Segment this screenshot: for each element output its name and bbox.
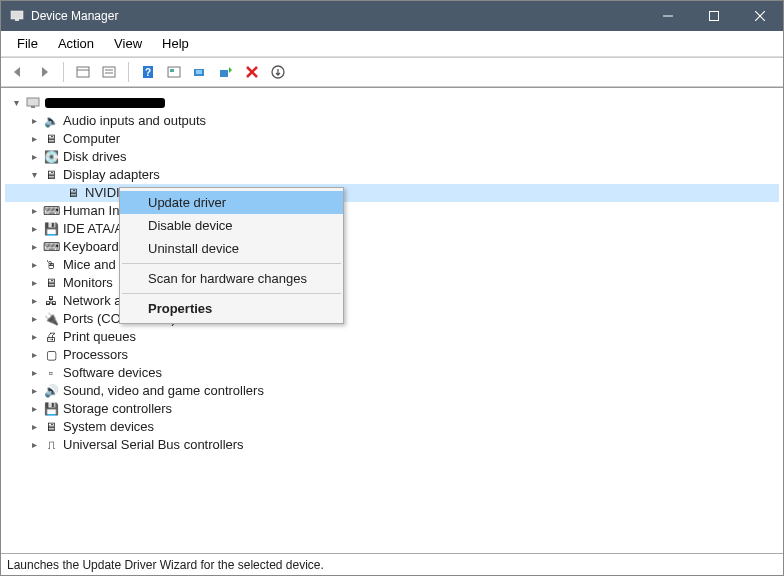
svg-rect-8 [103, 67, 115, 77]
caret-right-icon[interactable]: ▸ [27, 240, 41, 254]
root-computer-label [45, 98, 165, 108]
tree-item-disk[interactable]: ▸ 💽 Disk drives [5, 148, 779, 166]
keyboard-icon: ⌨ [43, 239, 59, 255]
maximize-button[interactable] [691, 1, 737, 31]
tree-item-software[interactable]: ▸ ▫ Software devices [5, 364, 779, 382]
caret-right-icon[interactable]: ▸ [27, 150, 41, 164]
caret-right-icon[interactable]: ▸ [27, 204, 41, 218]
tree-item-usb[interactable]: ▸ ⎍ Universal Serial Bus controllers [5, 436, 779, 454]
menubar: File Action View Help [1, 31, 783, 57]
usb-icon: ⎍ [43, 437, 59, 453]
titlebar: Device Manager [1, 1, 783, 31]
caret-right-icon[interactable]: ▸ [27, 420, 41, 434]
properties-icon[interactable] [98, 61, 120, 83]
menu-file[interactable]: File [7, 34, 48, 53]
tree-label: Sound, video and game controllers [63, 382, 264, 400]
tree-item-system[interactable]: ▸ 🖥 System devices [5, 418, 779, 436]
tree-item-processors[interactable]: ▸ ▢ Processors [5, 346, 779, 364]
caret-right-icon[interactable]: ▸ [27, 402, 41, 416]
svg-rect-0 [11, 11, 23, 19]
svg-rect-22 [31, 106, 35, 108]
caret-right-icon[interactable]: ▸ [27, 312, 41, 326]
svg-rect-16 [196, 70, 202, 74]
scan-hardware-icon[interactable] [189, 61, 211, 83]
disk-icon: 💽 [43, 149, 59, 165]
caret-right-icon[interactable]: ▸ [27, 294, 41, 308]
tree-item-sound[interactable]: ▸ 🔊 Sound, video and game controllers [5, 382, 779, 400]
caret-right-icon[interactable]: ▸ [27, 348, 41, 362]
caret-right-icon[interactable]: ▸ [27, 222, 41, 236]
printer-icon: 🖨 [43, 329, 59, 345]
minimize-button[interactable] [645, 1, 691, 31]
status-text: Launches the Update Driver Wizard for th… [7, 558, 324, 572]
tree-label: Keyboards [63, 238, 125, 256]
tree-label: Audio inputs and outputs [63, 112, 206, 130]
tree-label: Display adapters [63, 166, 160, 184]
tree-label: Monitors [63, 274, 113, 292]
tree-label: Software devices [63, 364, 162, 382]
enable-icon[interactable] [267, 61, 289, 83]
device-manager-icon [9, 8, 25, 24]
tree-root[interactable]: ▾ [5, 94, 779, 112]
toolbar: ? [1, 57, 783, 87]
software-icon: ▫ [43, 365, 59, 381]
system-icon: 🖥 [43, 419, 59, 435]
tree-label: Print queues [63, 328, 136, 346]
tree-item-computer[interactable]: ▸ 🖥 Computer [5, 130, 779, 148]
svg-rect-3 [710, 12, 719, 21]
close-button[interactable] [737, 1, 783, 31]
forward-button[interactable] [33, 61, 55, 83]
hid-icon: ⌨ [43, 203, 59, 219]
tree-label: Universal Serial Bus controllers [63, 436, 244, 454]
caret-down-icon[interactable]: ▾ [27, 168, 41, 182]
tree-label: Disk drives [63, 148, 127, 166]
tree-item-print[interactable]: ▸ 🖨 Print queues [5, 328, 779, 346]
menu-action[interactable]: Action [48, 34, 104, 53]
menu-view[interactable]: View [104, 34, 152, 53]
context-separator [122, 293, 341, 294]
mouse-icon: 🖱 [43, 257, 59, 273]
gpu-icon: 🖥 [65, 185, 81, 201]
svg-rect-17 [220, 70, 228, 77]
context-scan-hardware[interactable]: Scan for hardware changes [120, 267, 343, 290]
caret-right-icon[interactable]: ▸ [27, 366, 41, 380]
tree-label: System devices [63, 418, 154, 436]
svg-rect-14 [170, 69, 174, 72]
audio-icon: 🔈 [43, 113, 59, 129]
context-update-driver[interactable]: Update driver [120, 191, 343, 214]
context-uninstall-device[interactable]: Uninstall device [120, 237, 343, 260]
caret-right-icon[interactable]: ▸ [27, 384, 41, 398]
show-hide-tree-icon[interactable] [72, 61, 94, 83]
svg-text:?: ? [145, 67, 151, 78]
computer-icon: 🖥 [43, 131, 59, 147]
menu-help[interactable]: Help [152, 34, 199, 53]
caret-right-icon[interactable]: ▸ [27, 330, 41, 344]
network-icon: 🖧 [43, 293, 59, 309]
tree-label: Processors [63, 346, 128, 364]
update-driver-icon[interactable] [215, 61, 237, 83]
back-button[interactable] [7, 61, 29, 83]
context-properties[interactable]: Properties [120, 297, 343, 320]
ports-icon: 🔌 [43, 311, 59, 327]
caret-right-icon[interactable]: ▸ [27, 258, 41, 272]
tree-item-audio[interactable]: ▸ 🔈 Audio inputs and outputs [5, 112, 779, 130]
context-menu: Update driver Disable device Uninstall d… [119, 187, 344, 324]
caret-right-icon[interactable]: ▸ [27, 276, 41, 290]
svg-rect-1 [15, 19, 19, 21]
svg-rect-21 [27, 98, 39, 106]
caret-right-icon[interactable]: ▸ [27, 114, 41, 128]
monitor-icon: 🖥 [43, 275, 59, 291]
tree-item-storage[interactable]: ▸ 💾 Storage controllers [5, 400, 779, 418]
caret-down-icon[interactable]: ▾ [9, 96, 23, 110]
context-disable-device[interactable]: Disable device [120, 214, 343, 237]
svg-rect-6 [77, 67, 89, 77]
uninstall-icon[interactable] [241, 61, 263, 83]
device-tree[interactable]: ▾ ▸ 🔈 Audio inputs and outputs ▸ 🖥 Compu… [1, 87, 783, 553]
action-icon[interactable] [163, 61, 185, 83]
sound-icon: 🔊 [43, 383, 59, 399]
help-icon[interactable]: ? [137, 61, 159, 83]
tree-item-display-adapters[interactable]: ▾ 🖥 Display adapters [5, 166, 779, 184]
caret-right-icon[interactable]: ▸ [27, 438, 41, 452]
ide-icon: 💾 [43, 221, 59, 237]
caret-right-icon[interactable]: ▸ [27, 132, 41, 146]
